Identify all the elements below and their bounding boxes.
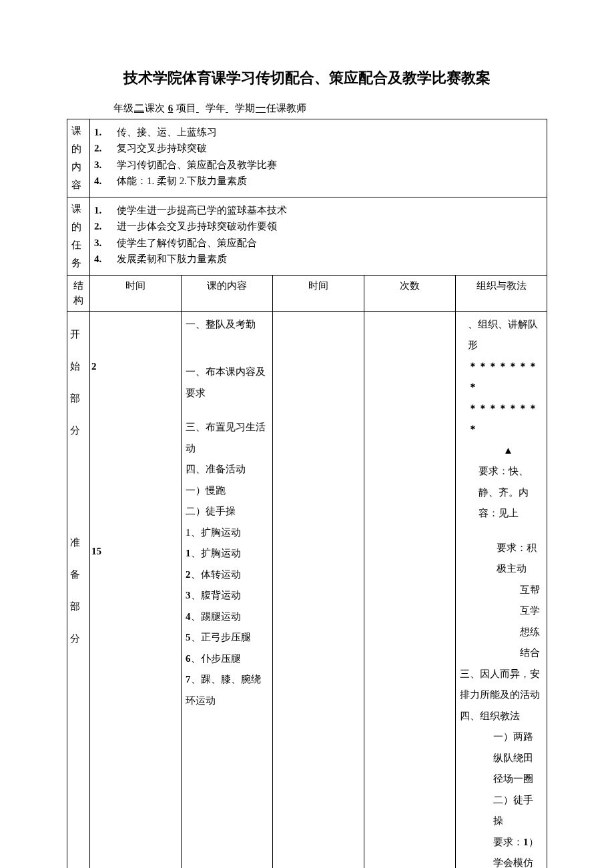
method-line: 一）两路纵队绕田径场一圈 xyxy=(460,727,543,790)
hdr-time: 时间 xyxy=(90,275,182,311)
kdrw-row: 课的任务 1.使学生进一步提高已学的篮球基本技术 2.进一步体会交叉步持球突破动… xyxy=(67,197,547,275)
lesson-table: 课的内容 1.传、接、运、上蓝练习 2.复习交叉步持球突破 3.学习传切配合、策… xyxy=(67,119,547,869)
method-line: 想练结合 xyxy=(460,622,543,664)
list-text: 使学生了解传切配合、策应配合 xyxy=(117,236,257,251)
term-value: 一 xyxy=(255,103,266,113)
hdr-method: 组织与教法 xyxy=(456,275,547,311)
method-line: 互帮互学 xyxy=(460,580,543,622)
hdr-count: 次数 xyxy=(364,275,456,311)
kdnr-content: 1.传、接、运、上蓝练习 2.复习交叉步持球突破 3.学习传切配合、策应配合及教… xyxy=(90,119,547,197)
content-line: 4、踢腿运动 xyxy=(186,606,268,628)
year-label: 学年 xyxy=(206,103,226,113)
page-title: 技术学院体育课学习传切配合、策应配合及教学比赛教案 xyxy=(67,67,547,89)
time-cell: 2 15 xyxy=(90,311,182,868)
time-prep: 15 xyxy=(91,544,101,559)
teacher-label: 任课教师 xyxy=(266,103,306,113)
content-line: 三、布置见习生活动 xyxy=(186,417,268,459)
kdnr-label-text: 课的内容 xyxy=(71,125,81,190)
method-line: 二）徒手操 xyxy=(460,790,543,832)
content-line: 1、扩胸运动 xyxy=(186,522,268,544)
content-line: 7、踝、膝、腕绕环运动 xyxy=(186,669,268,711)
method-line: 、组织、讲解队形 xyxy=(460,314,543,356)
count-cell xyxy=(364,311,456,868)
grade-label: 年级 xyxy=(113,103,133,113)
formation-line: ＊＊＊＊＊＊＊＊ xyxy=(460,356,543,398)
term-label: 学期 xyxy=(235,103,255,113)
content-line: 二）徒手操 xyxy=(186,501,268,522)
list-num: 2. xyxy=(94,141,117,156)
list-num: 4. xyxy=(94,173,117,189)
grade-value: 二 xyxy=(133,103,145,113)
list-text: 学习传切配合、策应配合及教学比赛 xyxy=(117,157,277,173)
meta-line: 年级二课次 6 项目 学年 学期一任课教师 xyxy=(113,101,547,116)
kdrw-label-text: 课的任务 xyxy=(71,203,81,268)
hdr-time2: 时间 xyxy=(273,275,364,311)
content-line: 5、正弓步压腿 xyxy=(186,627,268,648)
list-text: 传、接、运、上蓝练习 xyxy=(117,125,217,140)
method-line: 要求：积极主动 xyxy=(460,538,543,580)
body-row: 开始部分 准备部分 2 15 一、整队及考勤 一、布本课内容及要求 三、布置见习… xyxy=(67,311,547,868)
hdr-struct: 结构 xyxy=(67,275,90,311)
struct-cell: 开始部分 准备部分 xyxy=(67,311,90,868)
method-line: 要求：快、静、齐。内容：见上 xyxy=(460,461,543,524)
kdnr-row: 课的内容 1.传、接、运、上蓝练习 2.复习交叉步持球突破 3.学习传切配合、策… xyxy=(67,119,547,197)
struct-prep: 准备部分 xyxy=(67,473,89,688)
content-line: 6、仆步压腿 xyxy=(186,648,268,670)
content-line: 一、布本课内容及要求 xyxy=(186,362,268,404)
project-label: 项目 xyxy=(176,103,196,113)
list-text: 使学生进一步提高已学的篮球基本技术 xyxy=(117,203,287,218)
list-text: 体能：1. 柔韧 2.下肢力量素质 xyxy=(117,173,247,189)
struct-start: 开始部分 xyxy=(67,312,89,473)
method-cell: 、组织、讲解队形 ＊＊＊＊＊＊＊＊ ＊＊＊＊＊＊＊＊ ▲ 要求：快、静、齐。内容… xyxy=(456,311,547,868)
kdrw-label: 课的任务 xyxy=(67,197,90,275)
kdrw-content: 1.使学生进一步提高已学的篮球基本技术 2.进一步体会交叉步持球突破动作要领 3… xyxy=(90,197,547,275)
method-line: 四、组织教法 xyxy=(460,706,543,727)
content-line: 一、整队及考勤 xyxy=(186,314,268,336)
hdr-content: 课的内容 xyxy=(182,275,273,311)
kdnr-label: 课的内容 xyxy=(67,119,90,197)
header-row: 结构 时间 课的内容 时间 次数 组织与教法 xyxy=(67,275,547,311)
formation-line: ＊＊＊＊＊＊＊＊ xyxy=(460,398,543,440)
content-line: 3、腹背运动 xyxy=(186,585,268,606)
list-num: 2. xyxy=(94,219,117,234)
content-line: 一）慢跑 xyxy=(186,480,268,502)
session-label: 课次 xyxy=(145,103,165,113)
list-num: 3. xyxy=(94,236,117,251)
content-line: 四、准备活动 xyxy=(186,459,268,480)
time-start: 2 xyxy=(91,359,97,374)
list-num: 1. xyxy=(94,203,117,218)
method-line: 三、因人而异，安排力所能及的活动 xyxy=(460,664,543,706)
list-num: 3. xyxy=(94,157,117,173)
list-text: 复习交叉步持球突破 xyxy=(117,141,207,156)
content-cell: 一、整队及考勤 一、布本课内容及要求 三、布置见习生活动 四、准备活动 一）慢跑… xyxy=(182,311,273,868)
list-text: 进一步体会交叉步持球突破动作要领 xyxy=(117,219,277,234)
list-text: 发展柔韧和下肢力量素质 xyxy=(117,252,227,267)
list-num: 4. xyxy=(94,252,117,267)
formation-marker: ▲ xyxy=(460,440,543,462)
session-value: 6 xyxy=(168,103,174,113)
list-num: 1. xyxy=(94,125,117,140)
content-line: 1、扩胸运动 xyxy=(186,543,268,564)
time2-cell xyxy=(273,311,364,868)
content-line: 2、体转运动 xyxy=(186,564,268,586)
method-line: 要求：1）学会模仿动作 xyxy=(460,832,543,869)
